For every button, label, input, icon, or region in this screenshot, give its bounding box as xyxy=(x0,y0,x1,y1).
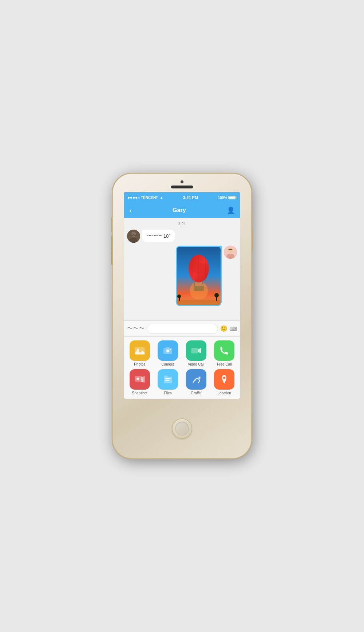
app-label-camera: Camera xyxy=(161,362,174,366)
earpiece-speaker xyxy=(171,186,193,188)
svg-point-39 xyxy=(199,377,201,379)
wifi-icon: ▲ xyxy=(160,196,163,199)
svg-point-28 xyxy=(167,350,170,352)
nav-title: Gary xyxy=(173,207,186,214)
home-button[interactable] xyxy=(173,419,191,438)
received-message: 〜〜〜 18″ xyxy=(127,230,237,243)
app-label-photos: Photos xyxy=(134,362,145,366)
app-label-files: Files xyxy=(164,391,172,395)
app-item-files[interactable]: Files xyxy=(155,369,181,395)
app-icon-videocall xyxy=(186,340,206,361)
app-icon-freecall xyxy=(214,340,234,361)
voice-bubble[interactable]: 〜〜〜 18″ xyxy=(142,230,175,242)
status-left: TENCENT ▲ xyxy=(128,196,163,200)
phone-frame: TENCENT ▲ 3:21 PM 100% ‹ Gary 👤 3 xyxy=(113,174,251,458)
signal-dot-4 xyxy=(135,197,137,199)
voice-duration: 18″ xyxy=(163,233,170,239)
svg-point-33 xyxy=(136,378,139,381)
svg-rect-37 xyxy=(165,380,170,381)
svg-marker-31 xyxy=(198,348,201,354)
svg-point-22 xyxy=(177,294,181,298)
battery-indicator xyxy=(228,196,236,199)
sent-message xyxy=(127,246,237,306)
app-label-snapshot: Snapshot xyxy=(132,391,147,395)
app-label-freecall: Free Call xyxy=(217,362,232,366)
signal-dot-3 xyxy=(133,197,135,199)
app-item-graffiti[interactable]: Graffiti xyxy=(183,369,209,395)
app-item-freecall[interactable]: Free Call xyxy=(212,340,237,366)
app-icon-photos xyxy=(130,340,150,361)
front-camera xyxy=(181,180,183,183)
app-icon-graffiti xyxy=(186,369,206,390)
app-label-location: Location xyxy=(217,391,231,395)
svg-point-7 xyxy=(228,248,233,253)
image-bubble[interactable] xyxy=(176,246,222,306)
sender-avatar xyxy=(127,230,140,243)
signal-dot-1 xyxy=(128,197,130,199)
phone-screen: TENCENT ▲ 3:21 PM 100% ‹ Gary 👤 3 xyxy=(124,192,240,399)
app-item-camera[interactable]: Camera xyxy=(155,340,181,366)
back-button[interactable]: ‹ xyxy=(129,206,132,215)
app-icon-files xyxy=(158,369,178,390)
emoji-button[interactable]: 🙂 xyxy=(220,325,228,332)
app-label-videocall: Video Call xyxy=(188,362,204,366)
status-time: 3:21 PM xyxy=(183,195,198,200)
signal-dot-2 xyxy=(130,197,132,199)
battery-percent-label: 100% xyxy=(218,196,227,200)
app-label-graffiti: Graffiti xyxy=(191,391,201,395)
svg-point-29 xyxy=(170,349,171,350)
svg-point-1 xyxy=(131,232,136,237)
app-item-photos[interactable]: Photos xyxy=(127,340,153,366)
home-button-area xyxy=(173,399,191,458)
app-item-snapshot[interactable]: Snapshot xyxy=(127,369,153,395)
app-item-location[interactable]: Location xyxy=(212,369,237,395)
home-button-inner xyxy=(175,422,189,436)
app-grid: PhotosCameraVideo CallFree CallSnapshotF… xyxy=(127,340,237,395)
status-bar: TENCENT ▲ 3:21 PM 100% xyxy=(124,192,240,203)
status-right: 100% xyxy=(218,196,236,200)
app-grid-area: PhotosCameraVideo CallFree CallSnapshotF… xyxy=(124,336,240,399)
svg-rect-30 xyxy=(191,348,198,354)
app-icon-location xyxy=(214,369,234,390)
input-area: 〜〜〜 🙂 ⌨ xyxy=(124,320,240,336)
my-avatar xyxy=(224,246,237,259)
wave-icon: 〜〜〜 xyxy=(147,233,162,239)
chat-timestamp: 3:21 xyxy=(127,222,237,226)
signal-dots xyxy=(128,197,140,199)
app-icon-camera xyxy=(158,340,178,361)
profile-button[interactable]: 👤 xyxy=(227,206,235,214)
chat-area: 3:21 xyxy=(124,218,240,320)
svg-point-40 xyxy=(223,377,225,379)
sent-image xyxy=(177,247,221,305)
app-icon-snapshot xyxy=(130,369,150,390)
svg-rect-20 xyxy=(177,300,221,305)
message-input[interactable] xyxy=(147,324,218,334)
keyboard-button[interactable]: ⌨ xyxy=(230,326,237,332)
app-item-videocall[interactable]: Video Call xyxy=(183,340,209,366)
svg-rect-17 xyxy=(194,286,204,291)
signal-dot-5 xyxy=(138,197,140,199)
battery-fill xyxy=(229,196,236,199)
voice-button[interactable]: 〜〜〜 xyxy=(127,325,145,332)
svg-rect-36 xyxy=(165,378,171,379)
nav-bar: ‹ Gary 👤 xyxy=(124,203,240,218)
svg-point-24 xyxy=(214,293,219,297)
carrier-label: TENCENT xyxy=(141,196,158,200)
